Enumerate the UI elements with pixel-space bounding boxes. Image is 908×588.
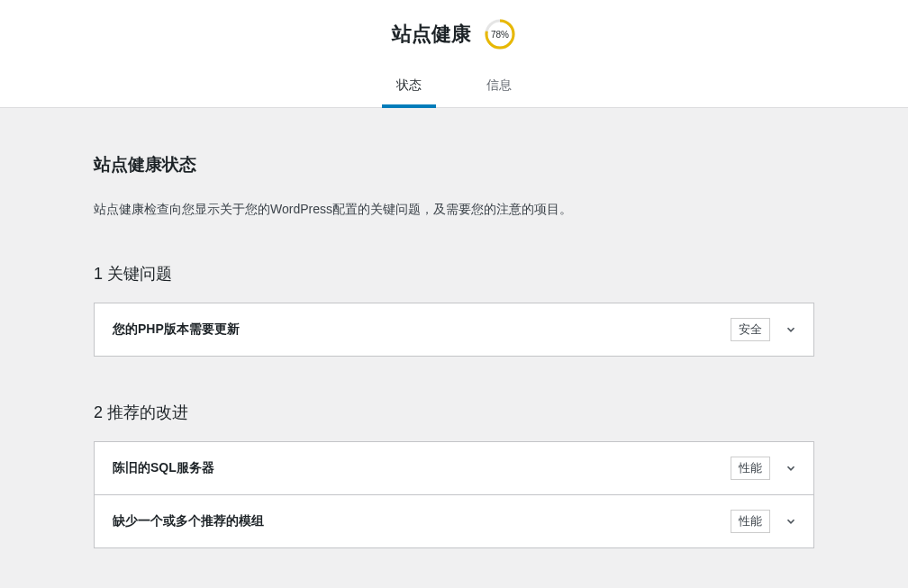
section-description: 站点健康检查向您显示关于您的WordPress配置的关键问题，及需要您的注意的项… <box>94 202 814 218</box>
issue-title: 陈旧的SQL服务器 <box>113 460 214 476</box>
critical-issues-title: 1 关键问题 <box>94 263 814 285</box>
critical-issues-list: 您的PHP版本需要更新 安全 <box>94 303 814 357</box>
tab-info[interactable]: 信息 <box>472 68 526 108</box>
header-section: 站点健康 78% 状态 信息 <box>0 0 908 108</box>
progress-percent-text: 78% <box>491 30 509 40</box>
issue-item[interactable]: 您的PHP版本需要更新 安全 <box>94 303 814 357</box>
issue-title: 您的PHP版本需要更新 <box>113 321 240 338</box>
section-heading: 站点健康状态 <box>94 153 814 176</box>
issue-item[interactable]: 陈旧的SQL服务器 性能 <box>94 441 814 495</box>
page-title: 站点健康 <box>392 21 471 48</box>
chevron-down-icon <box>783 460 799 476</box>
chevron-down-icon <box>783 513 799 529</box>
issue-title: 缺少一个或多个推荐的模组 <box>113 513 264 529</box>
tab-status[interactable]: 状态 <box>382 68 436 108</box>
issue-right: 性能 <box>731 510 799 533</box>
issue-item[interactable]: 缺少一个或多个推荐的模组 性能 <box>94 495 814 548</box>
issue-right: 性能 <box>731 457 799 480</box>
chevron-down-icon <box>783 321 799 338</box>
status-badge: 安全 <box>731 318 770 341</box>
title-row: 站点健康 78% <box>0 18 908 68</box>
health-progress-circle: 78% <box>484 18 516 50</box>
content-area: 站点健康状态 站点健康检查向您显示关于您的WordPress配置的关键问题，及需… <box>94 108 814 588</box>
status-badge: 性能 <box>731 457 770 480</box>
recommended-issues-list: 陈旧的SQL服务器 性能 缺少一个或多个推荐的模组 性能 <box>94 441 814 548</box>
issue-right: 安全 <box>731 318 799 341</box>
recommended-issues-title: 2 推荐的改进 <box>94 402 814 423</box>
status-badge: 性能 <box>731 510 770 533</box>
tabs: 状态 信息 <box>0 68 908 108</box>
